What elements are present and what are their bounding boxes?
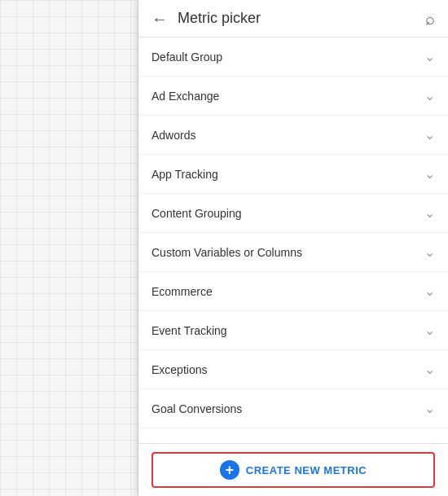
menu-item[interactable]: Ad Exchange⌄ [138, 77, 448, 116]
search-icon[interactable]: ⌕ [425, 11, 435, 27]
menu-item-label: Exceptions [152, 363, 207, 376]
metric-category-list: Default Group⌄Ad Exchange⌄Adwords⌄App Tr… [138, 37, 448, 443]
footer: + CREATE NEW METRIC [138, 443, 448, 496]
menu-item-label: Ad Exchange [152, 90, 219, 103]
header-left: ← Metric picker [152, 10, 261, 27]
chevron-down-icon: ⌄ [424, 166, 435, 182]
menu-item-label: Goal Conversions [152, 402, 242, 415]
chevron-down-icon: ⌄ [424, 127, 435, 143]
menu-item[interactable]: Goal Conversions⌄ [138, 389, 448, 428]
menu-item[interactable]: Content Grouping⌄ [138, 194, 448, 233]
menu-item-label: App Tracking [152, 168, 218, 181]
chevron-down-icon: ⌄ [424, 88, 435, 103]
back-button[interactable]: ← [152, 11, 168, 27]
chevron-down-icon: ⌄ [424, 362, 435, 377]
menu-item-label: Event Tracking [152, 324, 227, 337]
chevron-down-icon: ⌄ [424, 205, 435, 221]
menu-item-label: Content Grouping [152, 207, 242, 220]
menu-item-label: Adwords [152, 129, 195, 142]
chevron-down-icon: ⌄ [424, 49, 435, 64]
header-title: Metric picker [178, 10, 261, 27]
menu-item[interactable]: Custom Variables or Columns⌄ [138, 233, 448, 272]
menu-item[interactable]: App Tracking⌄ [138, 155, 448, 194]
menu-item[interactable]: Adwords⌄ [138, 116, 448, 155]
chevron-down-icon: ⌄ [424, 323, 435, 338]
menu-item[interactable]: Default Group⌄ [138, 37, 448, 77]
menu-item[interactable]: Exceptions⌄ [138, 350, 448, 389]
menu-item-label: Custom Variables or Columns [152, 246, 302, 259]
menu-item[interactable]: Event Tracking⌄ [138, 311, 448, 350]
menu-item[interactable]: Ecommerce⌄ [138, 272, 448, 311]
chevron-down-icon: ⌄ [424, 401, 435, 416]
create-new-metric-label: CREATE NEW METRIC [246, 464, 367, 476]
create-new-metric-button[interactable]: + CREATE NEW METRIC [152, 452, 435, 488]
menu-item[interactable]: Internal Search⌄ [138, 428, 448, 443]
chevron-down-icon: ⌄ [424, 283, 435, 299]
chevron-down-icon: ⌄ [424, 244, 435, 260]
menu-item-label: Ecommerce [152, 285, 213, 298]
plus-icon: + [220, 460, 239, 480]
right-panel: ← Metric picker ⌕ Default Group⌄Ad Excha… [138, 0, 448, 496]
left-panel [0, 0, 138, 496]
metric-picker-header: ← Metric picker ⌕ [138, 0, 448, 37]
menu-item-label: Default Group [152, 50, 222, 64]
